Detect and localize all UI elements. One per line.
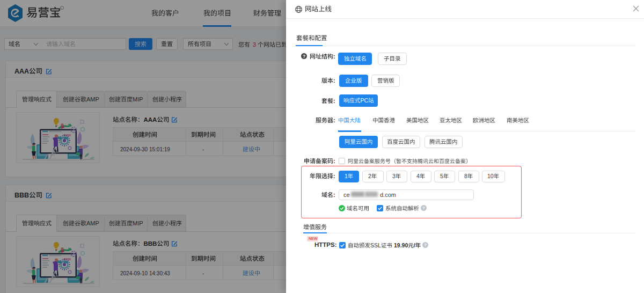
svg-text:19.90: 19.90 <box>394 242 408 248</box>
svg-text::: : <box>333 77 335 84</box>
svg-text::: : <box>333 173 335 179</box>
svg-text:?: ? <box>424 243 427 247</box>
svg-text:PC: PC <box>360 97 368 104</box>
svg-text:10: 10 <box>487 173 494 179</box>
svg-text:?: ? <box>303 54 305 59</box>
svg-text:8: 8 <box>464 173 467 179</box>
svg-text:/: / <box>414 242 415 248</box>
svg-text::: : <box>333 117 335 123</box>
svg-text::: : <box>333 98 335 104</box>
svg-text:HTTPS:: HTTPS: <box>314 241 337 248</box>
svg-text:3: 3 <box>392 173 396 179</box>
svg-text:4: 4 <box>416 173 420 179</box>
svg-text::: : <box>333 158 335 164</box>
svg-text:1: 1 <box>345 173 348 179</box>
svg-text::: : <box>333 53 335 60</box>
svg-text:2: 2 <box>368 173 371 179</box>
svg-text::: : <box>333 192 335 198</box>
svg-text:SSL: SSL <box>370 242 381 248</box>
svg-text:?: ? <box>422 206 425 210</box>
svg-text:5: 5 <box>440 173 443 179</box>
